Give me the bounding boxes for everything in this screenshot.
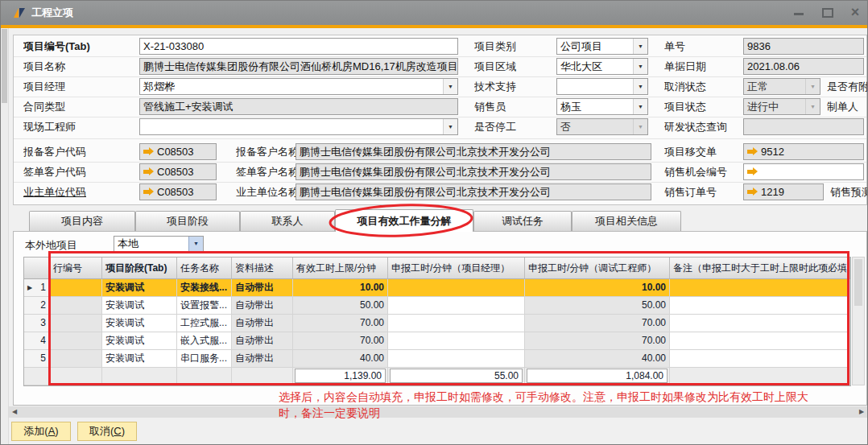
table-summary-row: 1,139.00 55.00 1,084.00 [24,368,850,385]
local-project-label: 本外地项目 [25,237,110,253]
tab-debug-tasks[interactable]: 调试任务 [473,211,572,231]
chevron-down-icon[interactable]: ▼ [633,59,647,74]
col-row-no[interactable]: 行编号 [50,258,102,279]
maximize-button[interactable] [817,1,838,25]
close-button[interactable]: × [845,1,866,25]
vertical-scrollbar-left[interactable] [1,28,9,445]
app-logo-icon [12,6,27,19]
link-arrow-icon[interactable] [747,167,758,176]
col-desc[interactable]: 资料描述 [232,258,293,279]
workload-table: 行编号 项目阶段(Tab) 任务名称 资料描述 有效工时上限/分钟 申报工时/分… [23,257,851,386]
project-status-select: 进行中 ▼ [743,98,820,115]
report-customer-code-field[interactable]: C08503 [139,143,217,160]
row-separator [14,182,866,183]
owner-unit-code-field[interactable]: C08503 [139,183,217,200]
sales-forecast-label: 销售预测 [830,183,867,200]
project-code-input[interactable]: X-21-033080 [139,38,458,55]
cancel-button[interactable]: 取消(C) [77,422,137,441]
rd-status-query-label: 研发状态查询 [664,118,742,135]
table-row[interactable]: 4 安装调试 嵌入式服... 自动带出 70.00 70.00 [24,332,850,350]
table-header-row: 行编号 项目阶段(Tab) 任务名称 资料描述 有效工时上限/分钟 申报工时/分… [24,258,850,279]
annotation-note-line: 时，备注一定要说明 [279,405,868,421]
salesperson-select[interactable]: 杨玉 ▼ [556,98,648,115]
tab-project-stage[interactable]: 项目阶段 [135,211,240,231]
owner-unit-name-field: 鹏博士电信传媒集团股份有限公司北京技术开发分公司 [296,183,651,200]
project-region-select[interactable]: 华北大区 ▼ [556,58,648,75]
report-customer-code-label: 报备客户代码 [23,143,136,160]
chevron-down-icon[interactable]: ▼ [188,237,203,251]
project-name-label: 项目名称 [23,58,136,75]
summary-limit-total: 1,139.00 [295,369,386,383]
doc-no-field: 9836 [743,38,864,55]
chevron-down-icon[interactable]: ▼ [633,79,647,94]
tab-effective-workload[interactable]: 项目有效工作量分解 [335,209,473,232]
row-indicator-header [24,258,50,279]
project-code-label: 项目编号(Tab) [23,38,136,55]
report-customer-name-field: 鹏博士电信传媒集团股份有限公司北京技术开发分公司 [296,143,651,160]
col-task[interactable]: 任务名称 [177,258,232,279]
chevron-down-icon: ▼ [633,119,647,134]
scroll-left-icon[interactable]: ◀ [9,406,20,418]
chevron-down-icon[interactable]: ▼ [633,39,647,54]
accent-line [1,25,867,28]
tech-support-select[interactable]: ▼ [556,78,648,95]
site-engineer-select[interactable]: ▼ [139,118,458,135]
row-separator [14,76,866,77]
link-arrow-icon[interactable] [747,147,758,156]
minimize-button[interactable] [788,1,809,25]
sales-opportunity-no-field[interactable] [743,163,864,180]
chevron-down-icon: ▼ [805,99,820,114]
chevron-down-icon[interactable]: ▼ [443,79,457,94]
local-project-select[interactable]: 本地 ▼ [114,236,204,252]
project-category-select[interactable]: 公司项目 ▼ [556,38,648,55]
col-eng[interactable]: 申报工时/分钟（调试工程师） [525,258,670,279]
sign-customer-code-field[interactable]: C08503 [139,163,217,180]
cancel-status-select: 正常 ▼ [743,78,820,95]
link-arrow-icon[interactable] [143,167,154,176]
owner-unit-code-label: 业主单位代码 [23,183,136,200]
tab-project-content[interactable]: 项目内容 [29,211,135,231]
project-transfer-doc-field[interactable]: 9512 [743,143,864,160]
contract-type-field: 管线施工+安装调试 [139,98,458,115]
add-button[interactable]: 添加(A) [11,422,71,441]
col-stage[interactable]: 项目阶段(Tab) [102,258,177,279]
chevron-down-icon[interactable]: ▼ [443,119,457,134]
has-attachment-label: 是否有附件 [827,78,867,95]
row-separator [14,117,866,117]
scrollbar-thumb[interactable] [2,29,7,103]
salesperson-label: 销售员 [474,98,555,115]
titlebar: 工程立项 × [1,1,867,25]
sign-customer-code-label: 签单客户代码 [23,163,136,180]
rd-status-query-field [743,118,864,135]
tab-contacts[interactable]: 联系人 [240,211,335,231]
window-title: 工程立项 [31,1,73,25]
project-initiation-window: 工程立项 × 项目编号(Tab) X-21-033080 项目名称 鹏博士电信传… [0,0,868,445]
table-row[interactable]: 2 安装调试 设置报警... 自动带出 50.00 50.00 [24,297,850,315]
col-remark[interactable]: 备注（申报工时大于工时上限时此项必填） [670,258,850,279]
annotation-note: 选择后，内容会自动填充，申报工时如需修改，可手动修改。注意，申报工时如果修改为比… [279,389,868,421]
col-limit[interactable]: 有效工时上限/分钟 [293,258,388,279]
chevron-down-icon[interactable]: ▼ [633,99,647,114]
table-row[interactable]: 5 安装调试 串口服务... 自动带出 40.00 40.00 [24,350,850,368]
tab-related-info[interactable]: 项目相关信息 [572,211,681,231]
col-pm[interactable]: 申报工时/分钟（项目经理） [388,258,525,279]
table-vertical-scrollbar[interactable] [852,257,865,385]
link-arrow-icon[interactable] [143,147,154,156]
annotation-note-line: 选择后，内容会自动填充，申报工时如需修改，可手动修改。注意，申报工时如果修改为比… [279,389,868,405]
table-row[interactable]: 3 安装调试 工控式服... 自动带出 70.00 70.00 [24,315,850,332]
row-separator [14,97,866,97]
site-engineer-label: 现场工程师 [23,118,136,135]
sales-order-no-label: 销售订单号 [664,183,742,200]
link-arrow-icon[interactable] [143,187,154,196]
scrollbar-thumb[interactable] [854,259,862,306]
project-name-field: 鹏博士电信传媒集团股份有限公司酒仙桥机房MD16,17机房改造项目 [139,58,458,75]
sales-opportunity-no-label: 销售机会编号 [664,163,742,180]
link-arrow-icon[interactable] [747,187,758,196]
table-row[interactable]: ▶1 安装调试 安装接线... 自动带出 10.00 10.00 [24,279,850,297]
sales-order-no-field[interactable]: 1219 [743,183,824,200]
project-manager-label: 项目经理 [23,78,136,95]
project-transfer-doc-label: 项目移交单 [664,143,742,160]
project-region-label: 项目区域 [474,58,555,75]
doc-date-field: 2021.08.06 [743,58,864,75]
project-manager-select[interactable]: 郑熠桦 ▼ [139,78,458,95]
